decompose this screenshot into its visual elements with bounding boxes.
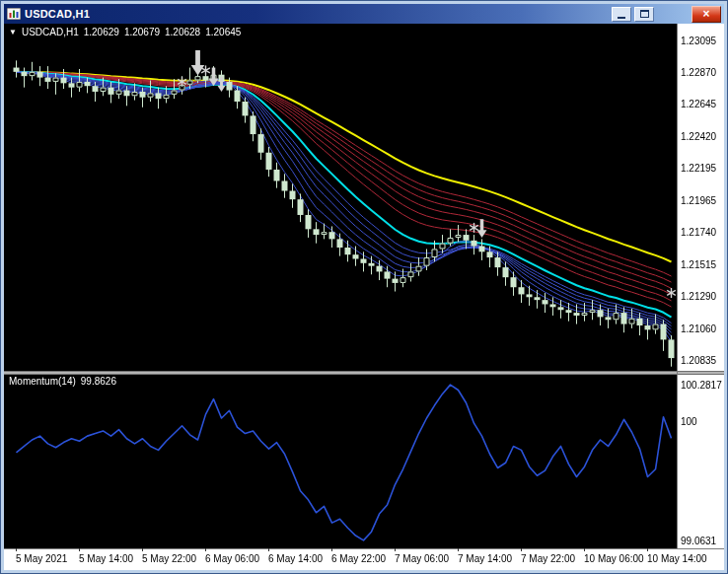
price-axis-label: 1.21515: [681, 259, 716, 270]
ohlc-open: 1.20629: [84, 27, 119, 37]
momentum-name: Momentum(14): [9, 376, 76, 387]
price-axis-label: 1.21740: [681, 227, 716, 238]
time-axis-label: 6 May 22:00: [331, 553, 386, 564]
price-axis-label: 1.22195: [681, 163, 716, 174]
momentum-axis-label: 100: [681, 416, 697, 427]
close-icon: ×: [702, 8, 709, 20]
price-axis-label: 1.23095: [681, 36, 716, 46]
ohlc-low: 1.20628: [165, 27, 200, 37]
maximize-icon: [640, 10, 649, 18]
momentum-axis-label: 99.0631: [681, 536, 716, 546]
price-axis-label: 1.22420: [681, 131, 716, 142]
minimize-button[interactable]: [612, 7, 631, 22]
chart-client-area: ▼ USDCAD,H1 1.20629 1.20679 1.20628 1.20…: [4, 24, 724, 570]
window-controls: ×: [609, 6, 721, 23]
time-axis-label: 7 May 22:00: [521, 553, 575, 564]
momentum-value: 99.8626: [81, 376, 116, 387]
chart-window: USDCAD,H1 × ▼ USDCAD,H1 1.20629 1.20679 …: [0, 0, 728, 574]
window-titlebar[interactable]: USDCAD,H1 ×: [4, 4, 724, 24]
time-axis-label: 5 May 14:00: [79, 553, 133, 564]
time-axis-label: 5 May 22:00: [142, 553, 196, 564]
time-axis-label: 6 May 14:00: [268, 553, 323, 564]
time-axis-label: 10 May 06:00: [584, 553, 644, 564]
chart-ohlc-label: ▼ USDCAD,H1 1.20629 1.20679 1.20628 1.20…: [9, 27, 241, 37]
time-axis-label: 5 May 2021: [16, 553, 67, 564]
price-axis-label: 1.22870: [681, 67, 716, 78]
time-axis-label: 7 May 06:00: [395, 553, 449, 564]
minimize-icon: [618, 17, 625, 19]
time-axis-label: 10 May 14:00: [647, 553, 707, 564]
ohlc-high: 1.20679: [124, 27, 160, 37]
chart-dropdown-icon[interactable]: ▼: [9, 28, 17, 36]
price-axis-label: 1.21060: [681, 323, 716, 334]
momentum-indicator-label: Momentum(14) 99.8626: [9, 376, 116, 387]
chart-symbol-label: USDCAD,H1: [22, 27, 79, 37]
price-axis-label: 1.21965: [681, 195, 716, 206]
price-axis-label: 1.20835: [681, 355, 716, 366]
window-splitter[interactable]: [4, 371, 724, 375]
price-axis-label: 1.21290: [681, 291, 716, 302]
time-axis-label: 7 May 14:00: [458, 553, 512, 564]
maximize-button[interactable]: [634, 7, 654, 22]
window-title: USDCAD,H1: [25, 8, 90, 20]
time-axis[interactable]: 5 May 20215 May 14:005 May 22:006 May 06…: [4, 548, 724, 570]
momentum-axis-label: 100.2817: [681, 380, 722, 391]
close-button[interactable]: ×: [692, 6, 721, 23]
price-axis[interactable]: 1.230951.228701.226451.224201.221951.219…: [678, 24, 724, 548]
price-axis-label: 1.22645: [681, 99, 716, 109]
price-chart-canvas[interactable]: [4, 24, 724, 570]
time-axis-label: 6 May 06:00: [205, 553, 259, 564]
ohlc-close: 1.20645: [205, 27, 241, 37]
chart-window-icon: [7, 8, 21, 20]
